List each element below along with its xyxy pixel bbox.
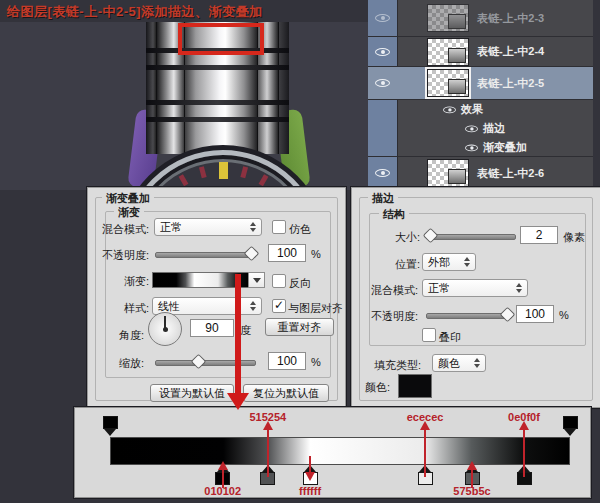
reset-align-button[interactable]: 重置对齐 xyxy=(265,318,334,336)
layer-thumbnail[interactable] xyxy=(427,4,469,32)
effects-row[interactable]: 效果 xyxy=(368,100,593,119)
layer-name: 表链-上-中2-4 xyxy=(477,44,544,59)
eye-icon xyxy=(375,77,390,90)
reverse-label: 反向 xyxy=(289,276,311,291)
position-select[interactable]: 外部 xyxy=(422,253,476,271)
align-checkbox[interactable]: ✓ xyxy=(272,299,286,313)
annotation-arrow-down xyxy=(235,274,241,394)
group-title: 结构 xyxy=(379,207,409,222)
visibility-toggle[interactable] xyxy=(368,45,397,58)
dither-label: 仿色 xyxy=(289,222,311,237)
reverse-checkbox[interactable] xyxy=(272,274,286,288)
gradient-editor-panel: 010102515254ffffffececec575b5c0e0f0f xyxy=(75,408,590,497)
visibility-toggle[interactable] xyxy=(368,77,397,90)
annotation-arrow xyxy=(267,429,269,477)
layers-panel: 表链-上-中2-3 表链-上-中2-4 表链-上-中2-5 效果 描边 渐变叠加… xyxy=(368,0,593,190)
scale-value[interactable]: 100 xyxy=(268,352,306,370)
size-label: 大小: xyxy=(380,230,420,245)
blend-mode-select[interactable]: 正常 xyxy=(154,218,262,236)
opacity-value[interactable]: 100 xyxy=(516,305,554,323)
blend-mode-label: 混合模式: xyxy=(92,222,149,237)
opacity-unit: % xyxy=(311,248,321,260)
effect-label: 描边 xyxy=(483,121,505,136)
blend-mode-label: 混合模式: xyxy=(360,283,418,298)
layer-row[interactable]: 表链-上-中2-6 xyxy=(368,157,593,190)
scale-label: 缩放: xyxy=(92,356,144,371)
opacity-label: 不透明度: xyxy=(360,309,418,324)
updown-arrows-icon xyxy=(458,257,470,267)
overprint-label: 叠印 xyxy=(439,330,461,345)
layer-thumbnail[interactable] xyxy=(427,159,469,187)
eye-icon xyxy=(375,12,390,25)
gradient-overlay-panel: 渐变叠加 渐变 混合模式: 正常 仿色 不透明度: 100 % 渐变: 反向 样… xyxy=(88,188,345,407)
annotation-arrow xyxy=(523,429,525,477)
size-slider[interactable] xyxy=(428,234,516,240)
scale-unit: % xyxy=(311,356,321,368)
reset-default-button[interactable]: 复位为默认值 xyxy=(243,384,329,402)
angle-label: 角度: xyxy=(92,328,144,343)
annotation-arrow xyxy=(424,429,426,477)
layer-row[interactable]: 表链-上-中2-3 xyxy=(368,0,593,37)
layer-thumbnail[interactable] xyxy=(427,38,469,66)
fill-type-value: 颜色 xyxy=(438,356,460,371)
color-label: 颜色: xyxy=(365,380,390,395)
overprint-checkbox[interactable] xyxy=(422,328,436,342)
set-default-button[interactable]: 设置为默认值 xyxy=(150,384,234,402)
layer-thumbnail[interactable] xyxy=(427,69,469,97)
blend-mode-value: 正常 xyxy=(428,281,450,296)
layer-row[interactable]: 表链-上-中2-4 xyxy=(368,37,593,67)
visibility-toggle[interactable] xyxy=(368,12,397,25)
effect-stroke-row[interactable]: 描边 xyxy=(368,119,593,138)
annotation-arrow xyxy=(471,469,473,488)
annotation-arrow xyxy=(309,456,311,473)
gradient-bar[interactable] xyxy=(110,437,570,465)
gradient-label: 渐变: xyxy=(92,274,149,289)
layer-name: 表链-上-中2-6 xyxy=(477,166,544,181)
size-value[interactable]: 2 xyxy=(520,226,558,244)
annotation-arrow xyxy=(222,469,224,488)
gradient-stop-hex-label: ffffff xyxy=(299,485,321,497)
position-value: 外部 xyxy=(428,255,450,270)
updown-arrows-icon xyxy=(244,301,256,311)
watch-canvas xyxy=(0,22,368,190)
fill-type-select[interactable]: 颜色 xyxy=(432,354,486,372)
layer-name: 表链-上-中2-3 xyxy=(477,11,544,26)
effects-label: 效果 xyxy=(461,102,483,117)
stroke-color-swatch[interactable] xyxy=(398,374,432,398)
align-label: 与图层对齐 xyxy=(288,301,343,316)
opacity-unit: % xyxy=(559,309,569,321)
angle-value[interactable]: 90 xyxy=(190,319,234,337)
updown-arrows-icon xyxy=(468,358,480,368)
angle-unit: 度 xyxy=(240,323,251,338)
group-title: 描边 xyxy=(368,191,398,206)
updown-arrows-icon xyxy=(244,222,256,232)
blend-mode-value: 正常 xyxy=(160,220,182,235)
page-title: 给图层[表链-上-中2-5]添加描边、渐变叠加 xyxy=(7,3,263,21)
opacity-label: 不透明度: xyxy=(92,248,149,263)
opacity-value[interactable]: 100 xyxy=(268,244,306,262)
angle-dial[interactable] xyxy=(148,312,182,346)
eye-icon[interactable] xyxy=(443,104,456,115)
opacity-slider[interactable] xyxy=(155,252,256,258)
layer-row-selected[interactable]: 表链-上-中2-5 xyxy=(368,67,593,100)
layer-name: 表链-上-中2-5 xyxy=(477,76,544,91)
eye-icon xyxy=(375,45,390,58)
eye-icon[interactable] xyxy=(465,123,478,134)
group-title: 渐变叠加 xyxy=(102,191,154,206)
position-label: 位置: xyxy=(380,257,420,272)
eye-icon xyxy=(375,167,390,180)
blend-mode-select[interactable]: 正常 xyxy=(422,279,528,297)
effect-gradient-overlay-row[interactable]: 渐变叠加 xyxy=(368,138,593,157)
eye-icon[interactable] xyxy=(465,141,478,152)
gradient-opacity-stop[interactable] xyxy=(103,416,118,436)
visibility-toggle[interactable] xyxy=(368,167,397,180)
stroke-panel: 描边 结构 大小: 2 像素 位置: 外部 混合模式: 正常 不透明度: 100… xyxy=(352,188,600,407)
gradient-opacity-stop[interactable] xyxy=(563,416,578,436)
updown-arrows-icon xyxy=(510,283,522,293)
style-label: 样式: xyxy=(92,301,149,316)
group-title: 渐变 xyxy=(114,205,144,220)
dither-checkbox[interactable] xyxy=(272,220,286,234)
effect-label: 渐变叠加 xyxy=(483,140,527,155)
size-unit: 像素 xyxy=(563,230,585,245)
gradient-dropdown-button[interactable] xyxy=(248,272,265,288)
